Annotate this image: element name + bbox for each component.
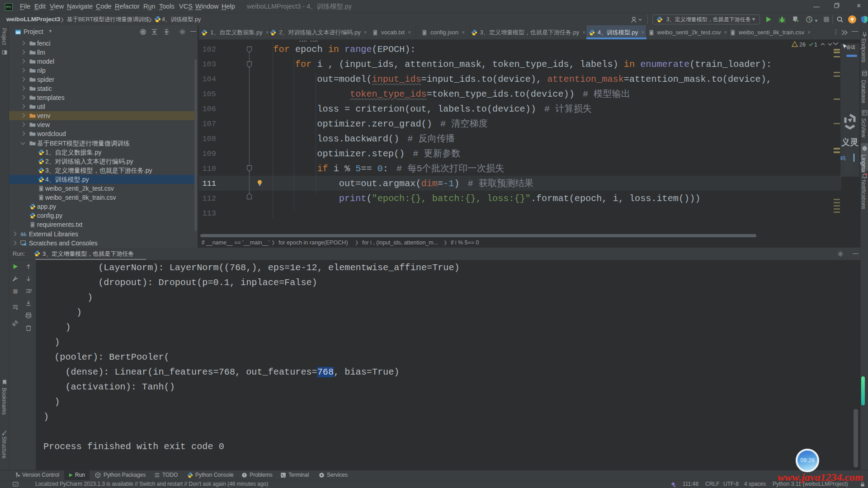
svg-text:26: 26 bbox=[799, 42, 806, 48]
svg-text:1: 1 bbox=[814, 42, 817, 48]
